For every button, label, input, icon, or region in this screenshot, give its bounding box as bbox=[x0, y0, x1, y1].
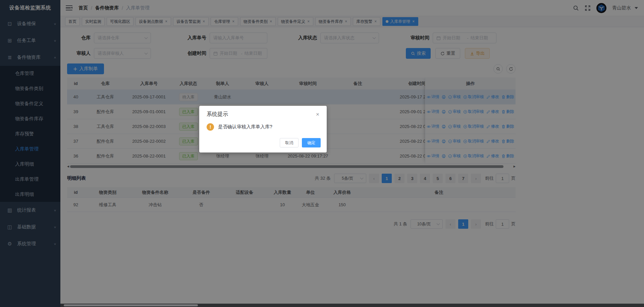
close-dialog-icon[interactable]: × bbox=[315, 111, 321, 118]
modal-overlay bbox=[0, 0, 644, 307]
warning-icon: ! bbox=[207, 123, 214, 131]
app-root: 设备巡检监测系统 ⊡ 设备维保 ∨ ⊞ 任务工单 ∨ ≣ 备件物资库 ∧ bbox=[0, 0, 644, 307]
cancel-button[interactable]: 取消 bbox=[280, 138, 299, 147]
confirm-button[interactable]: 确定 bbox=[302, 138, 321, 147]
scrollbar-thumb[interactable] bbox=[64, 304, 198, 306]
confirm-dialog: 系统提示 × ! 是否确认审核入库单入库? 取消 确定 bbox=[199, 106, 327, 152]
dialog-message: 是否确认审核入库单入库? bbox=[218, 124, 272, 130]
page-horizontal-scrollbar[interactable] bbox=[60, 304, 644, 307]
dialog-title: 系统提示 bbox=[207, 111, 228, 118]
